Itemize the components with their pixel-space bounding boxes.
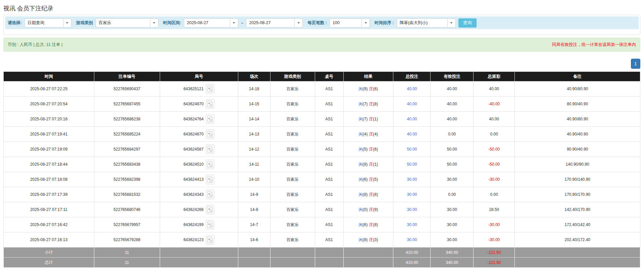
table-row: 2025-08-27 07:19:09 522765684297 6436245… [4,142,640,157]
cell-payout: -50.00 [474,142,515,157]
table-footer: 小计 11 410.00 340.00 -121.50 总计 11 410.00… [4,248,640,268]
result-player-score: (4) [363,132,368,136]
cell-bet-id: 522765681532 [94,187,160,202]
cell-payout: 40.00 [474,112,515,127]
date-to-select[interactable]: 2025-08-27 [246,18,303,28]
total-bet-link[interactable]: 30.00 [407,222,417,227]
round-id-text: 643624413 [184,177,204,182]
round-id-text: 643624870 [184,102,204,106]
total-bet-link[interactable]: 30.00 [407,192,417,197]
result-player-label: 闲 [359,237,363,242]
video-replay-button[interactable] [206,144,214,154]
cell-session: 14-11 [238,157,270,172]
page-size-select[interactable]: 100 [330,18,370,28]
total-bet-link[interactable]: 40.00 [407,117,417,121]
result-player-score: (5) [363,147,368,152]
result-player-score: (8) [363,192,368,197]
video-replay-button[interactable] [206,220,214,230]
cell-total-bet: 40.00 [393,127,431,142]
cell-round-id: 643624123 [160,232,238,248]
video-file-icon [207,101,213,107]
total-bet-link[interactable]: 40.00 [407,132,417,136]
video-replay-button[interactable] [206,129,214,139]
total-bet-link[interactable]: 40.00 [407,102,417,106]
cell-game-type: 百家乐 [270,217,315,232]
pagination-page-1[interactable]: 1 [631,59,640,69]
col-header-game-type: 游戏类别 [270,72,315,81]
game-type-select[interactable]: 百家乐 [96,18,158,28]
time-sort-value: 降幂(由大到小) [397,19,447,27]
cell-total-bet: 30.00 [393,172,431,187]
video-file-icon [207,86,213,92]
video-replay-button[interactable] [206,159,214,169]
cell-payout: -30.00 [474,217,515,232]
video-file-icon [207,191,213,198]
cell-time: 2025-08-27 07:20:54 [4,97,94,112]
cell-valid-bet: 40.00 [431,97,474,112]
col-header-result: 结果 [343,72,393,81]
video-replay-button[interactable] [206,84,214,94]
cell-session: 14-7 [238,217,270,232]
cell-note: 142.40/170.90 [515,202,640,217]
cell-valid-bet: 30.00 [431,202,474,217]
table-row: 2025-08-27 07:16:42 522765679957 6436241… [4,217,640,232]
cell-table-no: AS1 [315,187,343,202]
video-file-icon [207,236,213,243]
total-payout: -121.50 [474,258,515,268]
video-replay-button[interactable] [206,174,214,184]
cell-round-id: 643624266 [160,202,238,217]
caret-box [447,19,455,27]
total-bet-link[interactable]: 50.00 [407,147,417,152]
search-button[interactable]: 查询 [458,18,477,28]
time-sort-select[interactable]: 降幂(由大到小) [397,18,456,28]
cell-table-no: AS1 [315,172,343,187]
total-total-bet: 410.00 [393,258,431,268]
video-replay-button[interactable] [206,189,214,200]
video-replay-button[interactable] [206,205,214,215]
cell-bet-id: 522765684297 [94,142,160,157]
caret-box [150,19,158,27]
total-count: 11 [94,258,160,268]
query-mode-select[interactable]: 日期查询 [24,18,71,28]
result-player-label: 闲 [359,87,363,91]
result-player-label: 闲 [359,192,363,197]
round-id-text: 643624764 [184,117,204,121]
round-id-text: 643624199 [184,222,204,227]
pagination: 1 [3,59,640,69]
round-id-text: 643625121 [184,87,204,91]
total-bet-link[interactable]: 50.00 [407,162,417,167]
cell-time: 2025-08-27 07:18:08 [4,172,94,187]
cell-game-type: 百家乐 [270,187,315,202]
result-banker-score: (5) [373,177,378,182]
total-bet-link[interactable]: 30.00 [407,237,417,242]
cell-round-id: 643625121 [160,81,238,97]
table-row: 2025-08-27 07:18:08 522765682398 6436244… [4,172,640,187]
col-header-bet-id: 注单编号 [94,72,160,81]
result-player-score: (6) [363,222,368,227]
video-replay-button[interactable] [206,114,214,124]
cell-result: 闲(7)庄(8) [343,97,393,112]
cell-total-bet: 40.00 [393,97,431,112]
summary-bar: 币别 : 人民币 | 总共 :11 注单 | 同局有效投注，统一计算在该局第一张… [3,38,640,52]
video-replay-button[interactable] [206,235,214,245]
table-row: 2025-08-27 07:16:13 522765679288 6436241… [4,232,640,248]
total-bet-link[interactable]: 30.00 [407,207,417,212]
cell-game-type: 百家乐 [270,127,315,142]
cell-bet-id: 522765679957 [94,217,160,232]
cell-table-no: AS1 [315,202,343,217]
round-id-text: 643624343 [184,192,204,197]
cell-note: 140.90/90.90 [515,157,640,172]
subtotal-row: 小计 11 410.00 340.00 -121.50 [4,248,640,258]
page-title: 视讯 会员下注纪录 [3,0,640,15]
date-range-separator: ~ [241,20,244,25]
result-player-label: 闲 [359,177,363,182]
video-replay-button[interactable] [206,99,214,109]
total-bet-link[interactable]: 40.00 [407,87,417,91]
cell-time: 2025-08-27 07:16:42 [4,217,94,232]
subtotal-count: 11 [94,248,160,258]
result-banker-label: 庄 [369,102,373,106]
date-from-select[interactable]: 2025-08-27 [184,18,238,28]
cell-session: 14-6 [238,232,270,248]
round-id-text: 643624670 [184,132,204,136]
total-bet-link[interactable]: 30.00 [407,177,417,182]
